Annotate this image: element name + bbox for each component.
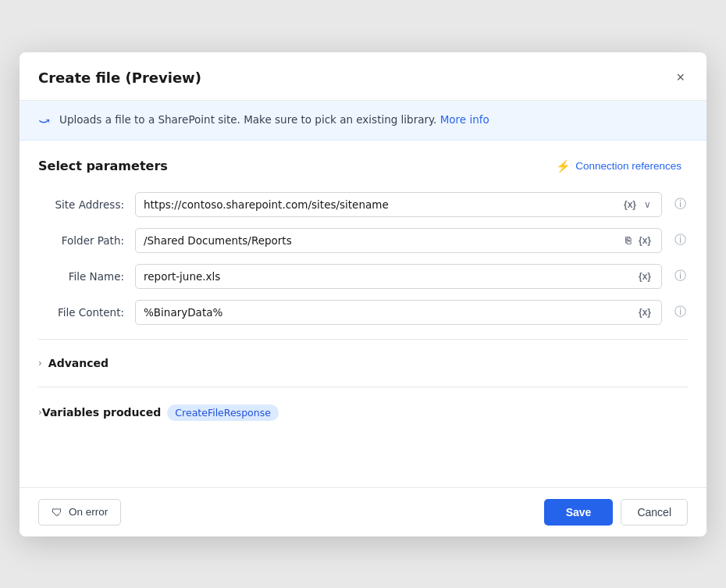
section-header-row: Select parameters ⚡ Connection reference… [38, 156, 688, 176]
upload-icon: ⤻ [38, 112, 50, 129]
file-name-token-btn[interactable]: {x} [636, 269, 653, 283]
advanced-row[interactable]: › Advanced [38, 354, 688, 372]
shield-icon: 🛡 [52, 506, 62, 519]
variables-row[interactable]: › Variables produced CreateFileResponse [38, 401, 688, 424]
file-content-label: File Content: [38, 306, 124, 319]
form-fields: Site Address: https://contoso.sharepoint… [38, 192, 688, 325]
divider-1 [38, 339, 688, 340]
file-content-token-btn[interactable]: {x} [636, 305, 653, 319]
save-button[interactable]: Save [544, 499, 614, 526]
file-name-label: File Name: [38, 270, 124, 283]
connection-references-button[interactable]: ⚡ Connection references [550, 156, 688, 176]
footer-right: Save Cancel [544, 499, 688, 526]
site-address-actions: {x} ∨ [621, 198, 653, 212]
file-content-value: %BinaryData% [144, 306, 632, 319]
banner-text: Uploads a file to a SharePoint site. Mak… [59, 112, 489, 127]
close-button[interactable]: × [673, 66, 688, 89]
folder-path-input-wrapper: /Shared Documents/Reports ⎘ {x} [135, 228, 662, 253]
section-title: Select parameters [38, 159, 168, 173]
site-address-input-wrapper: https://contoso.sharepoint.com/sites/sit… [135, 192, 662, 217]
site-address-value: https://contoso.sharepoint.com/sites/sit… [144, 198, 617, 211]
file-name-input-wrapper: report-june.xls {x} [135, 264, 662, 289]
cancel-button[interactable]: Cancel [621, 499, 688, 526]
site-address-info-btn[interactable]: ⓘ [673, 195, 688, 213]
folder-path-value: /Shared Documents/Reports [144, 234, 618, 247]
file-name-actions: {x} [636, 269, 653, 283]
file-name-info-btn[interactable]: ⓘ [673, 267, 688, 285]
folder-path-file-icon-btn[interactable]: ⎘ [623, 233, 633, 248]
variables-label: Variables produced [42, 406, 162, 419]
file-content-input-wrapper: %BinaryData% {x} [135, 300, 662, 325]
site-address-row: Site Address: https://contoso.sharepoint… [38, 192, 688, 217]
folder-path-row: Folder Path: /Shared Documents/Reports ⎘… [38, 228, 688, 253]
advanced-chevron-icon: › [38, 358, 42, 369]
folder-path-label: Folder Path: [38, 234, 124, 247]
dialog-footer: 🛡 On error Save Cancel [20, 487, 706, 536]
on-error-button[interactable]: 🛡 On error [38, 499, 121, 526]
site-address-chevron-btn[interactable]: ∨ [642, 198, 653, 212]
file-name-row: File Name: report-june.xls {x} ⓘ [38, 264, 688, 289]
site-address-label: Site Address: [38, 198, 124, 211]
connection-refs-label: Connection references [575, 160, 682, 172]
folder-path-actions: ⎘ {x} [623, 233, 653, 248]
divider-2 [38, 387, 688, 387]
plug-icon: ⚡ [556, 159, 571, 173]
file-content-info-btn[interactable]: ⓘ [673, 303, 688, 321]
create-file-dialog: Create file (Preview) × ⤻ Uploads a file… [20, 52, 706, 536]
dialog-body: Select parameters ⚡ Connection reference… [20, 141, 706, 487]
banner-description: Uploads a file to a SharePoint site. Mak… [59, 113, 436, 126]
dialog-header: Create file (Preview) × [20, 52, 706, 101]
site-address-token-btn[interactable]: {x} [621, 198, 639, 212]
more-info-link[interactable]: More info [440, 113, 489, 126]
file-content-row: File Content: %BinaryData% {x} ⓘ [38, 300, 688, 325]
on-error-label: On error [69, 506, 108, 518]
info-banner: ⤻ Uploads a file to a SharePoint site. M… [20, 101, 706, 141]
folder-path-info-btn[interactable]: ⓘ [673, 231, 688, 249]
file-name-value: report-june.xls [144, 270, 632, 283]
file-content-actions: {x} [636, 305, 653, 319]
folder-path-token-btn[interactable]: {x} [636, 233, 653, 248]
variable-badge: CreateFileResponse [167, 404, 279, 421]
dialog-title: Create file (Preview) [38, 69, 201, 86]
advanced-label: Advanced [48, 357, 109, 369]
